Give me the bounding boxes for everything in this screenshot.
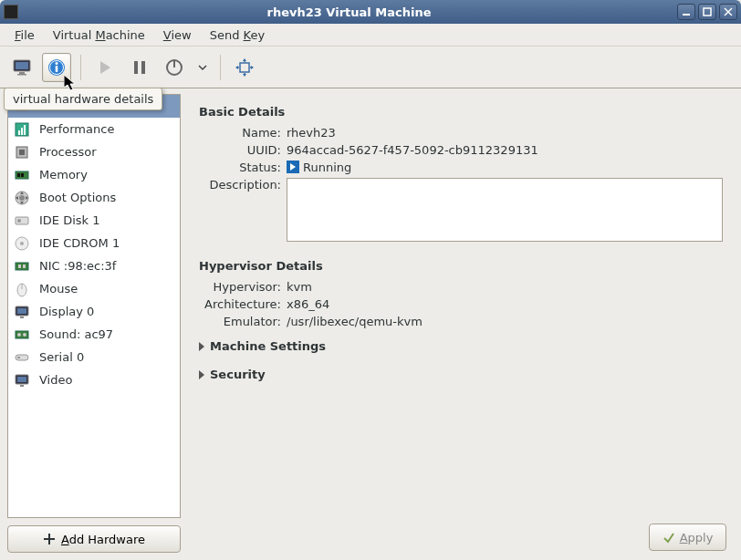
basic-details-title: Basic Details (199, 105, 723, 119)
sidebar-item-ide-cdrom-1[interactable]: IDE CDROM 1 (8, 232, 180, 254)
uuid-value: 964accad-5627-f457-5092-cb9112329131 (287, 143, 723, 157)
play-icon (97, 59, 113, 76)
hw-icon (14, 258, 30, 275)
menubar: File Virtual Machine View Send Key (0, 24, 741, 47)
svg-rect-1 (704, 8, 711, 16)
uuid-label: UUID: (199, 143, 287, 157)
svg-rect-36 (17, 173, 20, 177)
status-value: Running (287, 161, 723, 174)
run-button[interactable] (90, 53, 120, 82)
svg-rect-51 (20, 316, 24, 318)
sidebar-item-mouse[interactable]: Mouse (8, 277, 180, 300)
svg-marker-23 (235, 66, 238, 69)
hw-icon (14, 304, 30, 320)
name-label: Name: (199, 126, 287, 140)
svg-rect-37 (21, 173, 24, 177)
hw-icon (14, 144, 30, 161)
fullscreen-button[interactable] (230, 53, 259, 82)
sidebar: OverviewPerformanceProcessorMemoryBoot O… (0, 88, 188, 560)
svg-rect-14 (141, 61, 145, 74)
monitor-icon (12, 58, 32, 77)
sidebar-item-memory[interactable]: Memory (8, 163, 180, 186)
svg-rect-6 (19, 72, 25, 74)
menu-virtual-machine[interactable]: Virtual Machine (46, 26, 152, 44)
sidebar-item-serial-0[interactable]: Serial 0 (8, 346, 180, 368)
sidebar-item-label: Sound: ac97 (39, 327, 113, 341)
hardware-list[interactable]: OverviewPerformanceProcessorMemoryBoot O… (7, 94, 181, 518)
power-icon (165, 58, 183, 77)
svg-marker-12 (100, 61, 110, 74)
shutdown-button[interactable] (160, 53, 189, 82)
svg-rect-5 (16, 62, 28, 69)
sidebar-item-boot-options[interactable]: Boot Options (8, 186, 180, 209)
name-value: rhevh23 (287, 126, 723, 140)
expand-arrow-icon (199, 342, 204, 351)
sidebar-item-video[interactable]: Video (8, 368, 180, 391)
sidebar-item-performance[interactable]: Performance (8, 118, 180, 140)
menu-send-key[interactable]: Send Key (203, 26, 272, 44)
hw-icon (14, 213, 30, 229)
description-label: Description: (199, 178, 287, 192)
add-hardware-button[interactable]: Add Hardware (7, 525, 181, 553)
pause-button[interactable] (125, 53, 154, 82)
expand-arrow-icon (199, 370, 204, 379)
window-minimize-button[interactable] (677, 4, 695, 20)
architecture-label: Architecture: (199, 297, 287, 311)
chevron-down-icon (197, 62, 208, 73)
hw-icon (14, 327, 30, 343)
machine-settings-expander[interactable]: Machine Settings (199, 339, 723, 353)
svg-rect-13 (134, 61, 138, 74)
sidebar-item-label: IDE Disk 1 (39, 213, 100, 227)
shutdown-menu-button[interactable] (194, 53, 211, 82)
sidebar-item-label: Boot Options (39, 191, 116, 204)
svg-rect-44 (16, 263, 28, 270)
hw-icon (14, 349, 30, 366)
svg-point-39 (19, 195, 25, 201)
console-button[interactable] (7, 53, 37, 82)
svg-rect-7 (17, 74, 26, 76)
sidebar-item-sound-ac97[interactable]: Sound: ac97 (8, 323, 180, 346)
hw-icon (14, 281, 30, 297)
toolbar (0, 47, 741, 88)
svg-marker-25 (251, 66, 254, 69)
sidebar-item-processor[interactable]: Processor (8, 140, 180, 163)
apply-label: Apply (680, 531, 714, 544)
svg-point-53 (17, 333, 21, 337)
apply-button[interactable]: Apply (649, 524, 726, 551)
content-area: OverviewPerformanceProcessorMemoryBoot O… (0, 88, 741, 560)
plus-icon (43, 533, 56, 545)
svg-point-54 (23, 333, 26, 337)
hypervisor-value: kvm (287, 280, 723, 294)
sidebar-item-label: Processor (39, 145, 97, 159)
details-button[interactable] (42, 53, 71, 82)
svg-rect-59 (20, 385, 24, 387)
window-close-button[interactable] (719, 4, 737, 20)
fullscreen-icon (235, 57, 255, 78)
sidebar-item-nic-98-ec-3f[interactable]: NIC :98:ec:3f (8, 254, 180, 277)
sidebar-item-label: Performance (39, 122, 114, 136)
sidebar-item-label: IDE CDROM 1 (39, 236, 120, 250)
sidebar-item-label: Display 0 (39, 305, 94, 318)
sidebar-item-label: Serial 0 (39, 350, 84, 364)
description-input[interactable] (287, 178, 723, 242)
svg-rect-34 (19, 150, 25, 155)
svg-rect-32 (24, 125, 26, 135)
security-expander[interactable]: Security (199, 368, 723, 381)
hw-icon (14, 190, 30, 206)
sidebar-item-display-0[interactable]: Display 0 (8, 300, 180, 323)
svg-point-10 (56, 62, 58, 65)
svg-rect-46 (23, 264, 26, 268)
hw-icon (14, 121, 30, 138)
sidebar-item-ide-disk-1[interactable]: IDE Disk 1 (8, 209, 180, 232)
svg-rect-58 (17, 377, 26, 382)
window-maximize-button[interactable] (698, 4, 716, 20)
running-icon (287, 161, 299, 173)
info-icon (47, 57, 67, 78)
tooltip: virtual hardware details (4, 88, 162, 110)
menu-view[interactable]: View (156, 26, 199, 44)
svg-rect-30 (18, 130, 20, 135)
toolbar-separator (80, 55, 81, 80)
menu-file[interactable]: File (7, 26, 42, 44)
titlebar: rhevh23 Virtual Machine (0, 0, 741, 24)
emulator-label: Emulator: (199, 315, 287, 328)
